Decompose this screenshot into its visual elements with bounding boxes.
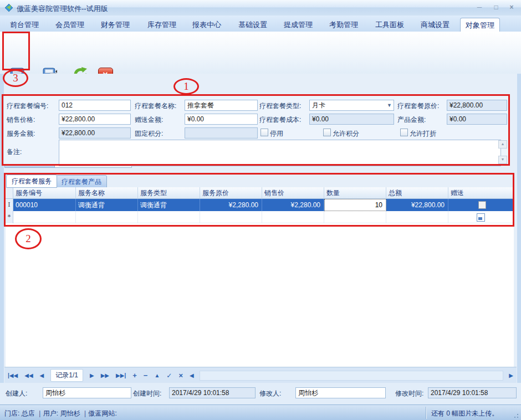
modified-time-input [428,387,517,398]
modifier-input[interactable] [295,387,386,398]
status-upload-text: 还有 0 幅图片未上传。 [431,409,498,418]
status-left-text: 门店: 总店 ｜用户: 周怡杉 ｜傲蓝网站: [4,409,117,418]
tab-package-services[interactable]: 疗程套餐服务 [6,175,57,188]
audit-fields-layer: 创建人: 创建时间: 修改人: 修改时间: [0,0,521,420]
status-divider [426,407,426,419]
created-time-input [169,387,256,398]
creator-label: 创建人: [6,389,27,398]
created-time-label: 创建时间: [133,389,161,398]
status-bar: 门店: 总店 ｜用户: 周怡杉 ｜傲蓝网站: 还有 0 幅图片未上传。 [0,404,521,420]
creator-input[interactable] [43,387,131,398]
modifier-label: 修改人: [259,389,281,398]
modified-time-label: 修改时间: [395,389,423,398]
resize-grip[interactable] [512,412,519,418]
